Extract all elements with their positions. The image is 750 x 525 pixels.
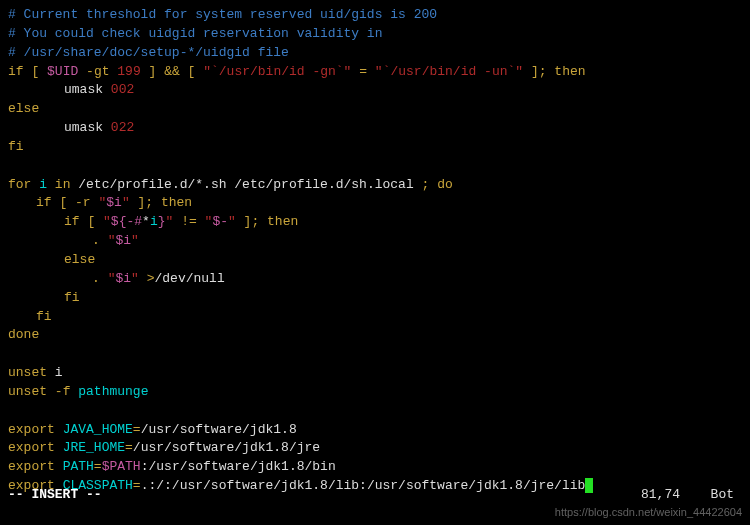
blank-line — [8, 402, 742, 421]
comment-line: # You could check uidgid reservation val… — [8, 25, 742, 44]
code-line: else — [8, 100, 742, 119]
cursor — [585, 478, 593, 493]
code-line: export CLASSPATH=.:/:/usr/software/jdk1.… — [8, 477, 742, 496]
code-line: if [ "${-#*i}" != "$-" ]; then — [8, 213, 742, 232]
code-line: fi — [8, 138, 742, 157]
code-line: unset -f pathmunge — [8, 383, 742, 402]
code-line: . "$i" >/dev/null — [8, 270, 742, 289]
code-line: . "$i" — [8, 232, 742, 251]
blank-line — [8, 345, 742, 364]
blank-line — [8, 157, 742, 176]
code-line: umask 002 — [8, 81, 742, 100]
watermark: https://blog.csdn.net/weixin_44422604 — [555, 505, 742, 521]
vim-cursor-position: 81,74 — [641, 486, 680, 505]
code-line: umask 022 — [8, 119, 742, 138]
code-line: if [ -r "$i" ]; then — [8, 194, 742, 213]
code-line: export JRE_HOME=/usr/software/jdk1.8/jre — [8, 439, 742, 458]
code-line: export JAVA_HOME=/usr/software/jdk1.8 — [8, 421, 742, 440]
vim-mode-indicator: -- INSERT -- — [8, 486, 102, 505]
comment-line: # Current threshold for system reserved … — [8, 6, 742, 25]
code-line: export PATH=$PATH:/usr/software/jdk1.8/b… — [8, 458, 742, 477]
editor-viewport[interactable]: # Current threshold for system reserved … — [8, 6, 742, 496]
code-line: fi — [8, 289, 742, 308]
code-line: if [ $UID -gt 199 ] && [ "`/usr/bin/id -… — [8, 63, 742, 82]
vim-scroll-position: Bot — [711, 486, 734, 505]
comment-line: # /usr/share/doc/setup-*/uidgid file — [8, 44, 742, 63]
code-line: fi — [8, 308, 742, 327]
code-line: for i in /etc/profile.d/*.sh /etc/profil… — [8, 176, 742, 195]
code-line: unset i — [8, 364, 742, 383]
code-line: else — [8, 251, 742, 270]
code-line: done — [8, 326, 742, 345]
